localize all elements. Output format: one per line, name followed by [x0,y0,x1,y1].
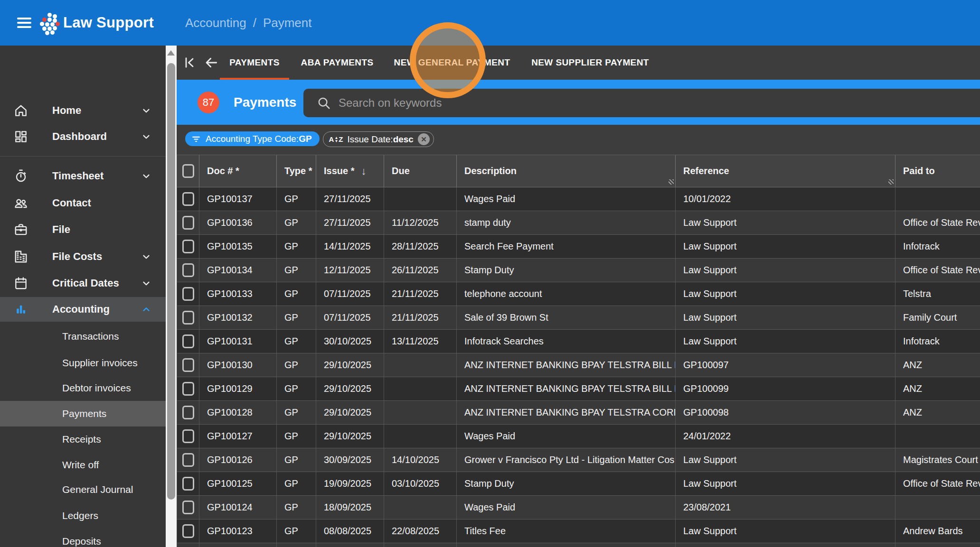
sidebar-item-label: Critical Dates [52,277,119,289]
tab-payments[interactable]: PAYMENTS [220,46,289,80]
row-checkbox[interactable] [182,263,194,277]
row-checkbox[interactable] [182,358,194,372]
column-header-paid-to[interactable]: Paid to [895,155,980,187]
scrollbar-up-arrow-icon[interactable] [167,50,175,56]
table-row-gp100129[interactable]: GP100129GP29/10/2025ANZ INTERNET BANKING… [177,377,980,401]
cell-ref: Law Support [676,472,895,495]
sidebar-item-file[interactable]: File [0,216,166,243]
row-checkbox[interactable] [182,287,194,301]
table-row-gp100131[interactable]: GP100131GP30/10/202513/11/2025Infotrack … [177,330,980,353]
row-checkbox[interactable] [182,524,194,538]
sidebar-subitem-payments[interactable]: Payments [0,401,166,426]
table-row-gp100132[interactable]: GP100132GP07/11/202521/11/2025Sale of 39… [177,306,980,330]
sidebar-item-home[interactable]: Home [0,97,166,124]
sidebar-item-dashboard[interactable]: Dashboard [0,123,166,150]
cell-due [384,543,457,547]
cell-issue: 27/11/2025 [316,187,384,211]
column-resize-handle[interactable] [669,179,674,185]
table-row-gp100130[interactable]: GP100130GP29/10/2025ANZ INTERNET BANKING… [177,353,980,377]
cell-type: GP [277,353,316,377]
cell-ref: 10/01/2022 [676,187,895,211]
cell-due: 13/11/2025 [384,330,457,353]
table-row-gp100127[interactable]: GP100127GP29/10/2025Wages Paid24/01/2022 [177,425,980,448]
sidebar-subitem-ledgers[interactable]: Ledgers [0,503,166,528]
column-header-type[interactable]: Type * [277,155,316,187]
scrollbar-thumb[interactable] [167,63,175,500]
cell-desc: ANZ INTERNET BANKING BPAY TELSTRA BILL P… [457,353,676,377]
table-row-gp100134[interactable]: GP100134GP12/11/202526/11/2025Stamp Duty… [177,259,980,282]
row-checkbox[interactable] [182,477,194,491]
cell-desc: Stamp Duty [457,259,676,282]
sidebar-subitem-general-journal[interactable]: General Journal [0,477,166,502]
sidebar-item-accounting[interactable]: Accounting [0,297,166,322]
table-row-partial[interactable] [177,543,980,547]
column-header-reference[interactable]: Reference [676,155,895,187]
row-checkbox[interactable] [182,453,194,467]
tab-new-general-payment[interactable]: NEW GENERAL PAYMENT [392,46,512,80]
column-header-description[interactable]: Description [457,155,676,187]
table-row-gp100124[interactable]: GP100124GP18/09/2025Wages Paid23/08/2021 [177,496,980,519]
column-header-issue[interactable]: Issue *↓ [316,155,384,187]
law-support-app: Law Support Accounting / Payment HomeDas… [0,0,980,547]
row-select-cell [177,377,199,400]
table-row-gp100128[interactable]: GP100128GP29/10/2025ANZ INTERNET BANKING… [177,401,980,425]
sidebar-subitem-debtor-invoices[interactable]: Debtor invoices [0,375,166,401]
table-row-gp100133[interactable]: GP100133GP07/11/202521/11/2025telephone … [177,282,980,306]
row-select-cell [177,425,199,448]
column-header-doc[interactable]: Doc # * [199,155,277,187]
row-checkbox[interactable] [182,501,194,514]
row-checkbox[interactable] [182,192,194,206]
table-row-gp100123[interactable]: GP100123GP08/08/202522/08/2025Titles Fee… [177,519,980,543]
cell-doc: GP100136 [199,211,277,234]
back-arrow-icon[interactable] [204,55,219,70]
cell-paid: ANZ [895,377,980,400]
table-row-gp100135[interactable]: GP100135GP14/11/202528/11/2025Search Fee… [177,235,980,259]
table-row-gp100125[interactable]: GP100125GP19/09/202503/10/2025Stamp Duty… [177,472,980,496]
hamburger-menu-icon[interactable] [17,18,31,28]
cell-desc: Infotrack Searches [457,330,676,353]
tab-new-supplier-payment[interactable]: NEW SUPPLIER PAYMENT [528,46,652,80]
sidebar-subitem-receipts[interactable]: Receipts [0,426,166,452]
breadcrumb-accounting[interactable]: Accounting [185,16,246,30]
select-all-checkbox[interactable] [182,164,194,178]
cell-type: GP [277,425,316,448]
sort-chip-issue-date[interactable]: A▲▼Z Issue Date:desc ✕ [323,131,434,147]
law-support-logo-icon [37,11,61,35]
sidebar-subitem-write-off[interactable]: Write off [0,452,166,478]
breadcrumb-payment[interactable]: Payment [263,16,312,30]
cell-desc: Wages Paid [457,496,676,519]
tab-aba-payments[interactable]: ABA PAYMENTS [298,46,376,80]
sidebar-subitem-supplier-invoices[interactable]: Supplier invoices [0,350,166,376]
sidebar-item-timesheet[interactable]: Timesheet [0,163,166,189]
sidebar-item-critical-dates[interactable]: Critical Dates [0,270,166,297]
search-input[interactable] [338,96,980,110]
row-checkbox[interactable] [182,334,194,348]
sidebar-item-file-costs[interactable]: File Costs [0,243,166,270]
collapse-panel-icon[interactable] [182,55,198,70]
sidebar-subitem-deposits[interactable]: Deposits [0,528,166,547]
sidebar-subitem-transactions[interactable]: Transactions [0,324,166,349]
column-resize-handle[interactable] [888,179,894,185]
sidebar-item-contact[interactable]: Contact [0,190,166,216]
building-icon [13,249,28,264]
row-checkbox[interactable] [182,240,194,253]
table-row-gp100136[interactable]: GP100136GP27/11/202511/12/2025stamp duty… [177,211,980,235]
cell-doc: GP100137 [199,187,277,211]
row-checkbox[interactable] [182,216,194,230]
cell-doc [199,543,277,547]
cell-issue [316,543,384,547]
table-row-gp100137[interactable]: GP100137GP27/11/2025Wages Paid10/01/2022 [177,187,980,211]
cell-paid: Office of State Revenue [895,211,980,234]
cell-desc [457,543,676,547]
row-checkbox[interactable] [182,429,194,443]
row-checkbox[interactable] [182,406,194,419]
column-header-due[interactable]: Due [384,155,457,187]
row-checkbox[interactable] [182,311,194,324]
remove-sort-icon[interactable]: ✕ [418,133,430,145]
row-checkbox[interactable] [182,382,194,396]
table-row-gp100126[interactable]: GP100126GP30/09/202514/10/2025Grower v F… [177,448,980,472]
filter-chip-accounting-type[interactable]: Accounting Type Code:GP [185,131,320,146]
chevron-up-icon [140,303,152,315]
row-select-cell [177,448,199,472]
sidebar-scrollbar[interactable] [166,46,177,547]
